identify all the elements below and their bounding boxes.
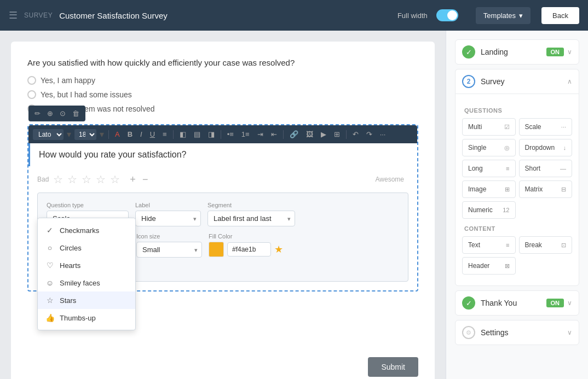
scale-bad-label: Bad <box>37 176 49 183</box>
text-icon: ≡ <box>506 242 509 248</box>
up-icon-btn[interactable]: ⊙ <box>57 108 68 119</box>
single-icon: ◎ <box>504 144 510 151</box>
star-2[interactable]: ☆ <box>67 173 77 186</box>
star-5[interactable]: ☆ <box>110 173 120 186</box>
color-swatch[interactable] <box>209 242 224 257</box>
short-label: Short <box>525 165 541 172</box>
add-icon-btn[interactable]: ⊕ <box>44 108 56 119</box>
add-star-btn[interactable]: + <box>130 174 136 185</box>
star-4[interactable]: ☆ <box>96 173 106 186</box>
more-btn[interactable]: ··· <box>377 129 389 140</box>
landing-chevron-icon: ∨ <box>567 48 572 56</box>
icon-size-select[interactable]: Small <box>136 242 202 258</box>
q-btn-scale[interactable]: Scale ··· <box>519 118 573 136</box>
scale-icon: ··· <box>561 124 566 130</box>
font-family-select[interactable]: Lato <box>33 129 64 140</box>
templates-button[interactable]: Templates ▾ <box>476 7 531 24</box>
settings-chevron-icon: ∨ <box>567 329 572 336</box>
q-btn-text[interactable]: Text ≡ <box>462 236 516 254</box>
dropdown-item-checkmarks[interactable]: ✓ Checkmarks <box>38 221 135 239</box>
dropdown-item-stars[interactable]: ☆ Stars <box>38 291 135 309</box>
star-1[interactable]: ☆ <box>53 173 63 186</box>
source-btn[interactable]: ⊞ <box>331 129 343 140</box>
content-section-label: Content <box>464 225 572 232</box>
align-center-btn[interactable]: ▤ <box>191 129 203 140</box>
thankyou-label: Thank You <box>481 299 517 307</box>
multi-icon: ☑ <box>504 124 510 131</box>
ordered-list-btn[interactable]: 1≡ <box>239 129 252 140</box>
submit-button[interactable]: Submit <box>368 357 418 377</box>
link-btn[interactable]: 🔗 <box>287 129 301 140</box>
question-input-area[interactable]: How would you rate your satisfaction? <box>28 143 417 166</box>
matrix-icon: ⊟ <box>561 186 566 193</box>
q-btn-single[interactable]: Single ◎ <box>462 139 516 156</box>
label-select[interactable]: Hide <box>135 211 201 226</box>
header-label: Header <box>468 262 489 270</box>
redo-btn[interactable]: ↷ <box>364 129 375 140</box>
left-panel: Are you satisfied with how quickly and e… <box>0 31 446 379</box>
italic-btn[interactable]: I <box>137 129 145 140</box>
landing-check-icon: ✓ <box>462 45 475 59</box>
icon-size-label: Icon size <box>136 233 202 240</box>
q-btn-break[interactable]: Break ⊡ <box>519 236 573 254</box>
dropdown-item-hearts[interactable]: ♡ Hearts <box>38 256 135 274</box>
image-icon: ⊞ <box>505 186 510 193</box>
outdent-btn[interactable]: ⇤ <box>268 129 280 140</box>
star-3[interactable]: ☆ <box>82 173 91 186</box>
short-icon: — <box>560 165 566 172</box>
q-btn-matrix[interactable]: Matrix ⊟ <box>519 180 573 198</box>
q-btn-multi[interactable]: Multi ☑ <box>462 118 516 136</box>
sidebar-item-survey[interactable]: 2 Survey ∧ <box>455 69 579 94</box>
q-btn-short[interactable]: Short — <box>519 160 573 177</box>
thumbsup-icon: 👍 <box>45 313 54 322</box>
fill-color-field: Fill Color #f4ae1b ★ <box>209 233 283 258</box>
text-label: Text <box>468 241 480 249</box>
q-btn-numeric[interactable]: Numeric 12 <box>462 201 516 219</box>
long-icon: ≡ <box>506 165 509 172</box>
color-hex-input[interactable]: #f4ae1b <box>227 242 271 256</box>
edit-icon-btn[interactable]: ✏ <box>32 108 43 119</box>
sep-5 <box>346 130 347 139</box>
sidebar-item-landing[interactable]: ✓ Landing ON ∨ <box>455 39 579 65</box>
align-left-btn[interactable]: ◧ <box>177 129 189 140</box>
single-label: Single <box>468 144 486 151</box>
dropdown-label-circles: Circles <box>60 244 82 252</box>
dropdown-item-thumbsup[interactable]: 👍 Thumbs-up <box>38 309 135 326</box>
survey-number-icon: 2 <box>462 75 475 88</box>
align-right-btn[interactable]: ◨ <box>205 129 217 140</box>
radio-option-2: Yes, but I had some issues <box>27 90 418 99</box>
q-btn-header[interactable]: Header ⊠ <box>462 257 516 275</box>
list-btn[interactable]: ≡ <box>160 129 170 140</box>
remove-star-btn[interactable]: − <box>142 174 148 185</box>
label-select-wrap: Hide <box>135 211 201 226</box>
q-btn-dropdown[interactable]: Dropdown ↓ <box>519 139 573 156</box>
sep-1 <box>108 130 109 139</box>
segment-select[interactable]: Label first and last <box>207 211 295 226</box>
thankyou-chevron-icon: ∨ <box>567 299 572 307</box>
dropdown-label-thumbsup: Thumbs-up <box>60 314 96 322</box>
color-star-icon: ★ <box>274 243 283 255</box>
dropdown-item-smiley[interactable]: ☺ Smiley faces <box>38 274 135 291</box>
back-button[interactable]: Back <box>541 7 579 24</box>
underline-btn[interactable]: U <box>147 129 158 140</box>
image-btn[interactable]: 🖼 <box>303 129 316 140</box>
font-size-select[interactable]: 18 <box>74 129 96 140</box>
undo-btn[interactable]: ↶ <box>350 129 361 140</box>
menu-icon[interactable]: ☰ <box>9 9 18 21</box>
delete-icon-btn[interactable]: 🗑 <box>70 108 82 119</box>
color-field: #f4ae1b ★ <box>209 242 283 257</box>
indent-btn[interactable]: ⇥ <box>255 129 266 140</box>
font-color-btn[interactable]: A <box>112 129 123 140</box>
bold-btn[interactable]: B <box>125 129 135 140</box>
icon-size-field: Icon size Small <box>136 233 202 258</box>
q-btn-image[interactable]: Image ⊞ <box>462 180 516 198</box>
dropdown-item-circles[interactable]: ○ Circles <box>38 239 135 256</box>
full-width-toggle[interactable] <box>436 9 458 21</box>
sidebar-item-settings[interactable]: ⚙ Settings ∨ <box>455 320 579 345</box>
sidebar-item-thankyou[interactable]: ✓ Thank You ON ∨ <box>455 290 579 316</box>
radio-circle-2 <box>27 90 36 99</box>
q-btn-long[interactable]: Long ≡ <box>462 160 516 177</box>
bullet-list-btn[interactable]: •≡ <box>224 129 237 140</box>
break-label: Break <box>525 241 542 249</box>
video-btn[interactable]: ▶ <box>318 129 329 140</box>
